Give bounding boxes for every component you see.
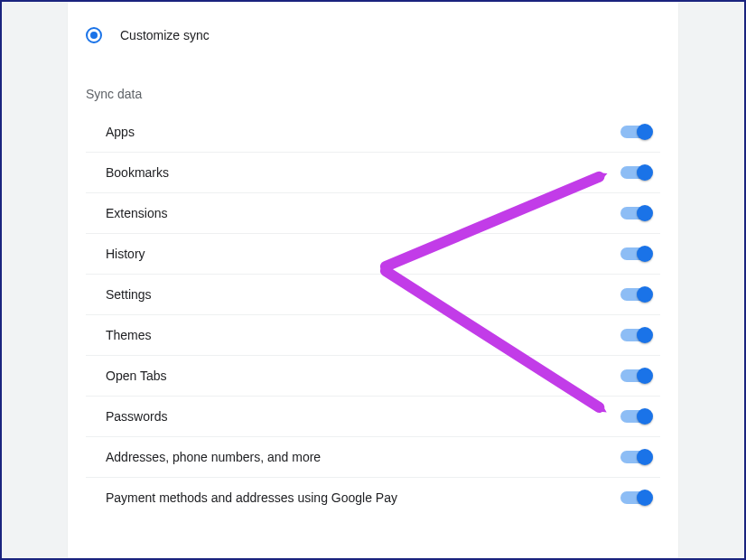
toggle-knob-icon (637, 327, 653, 343)
sync-item-label: Apps (106, 125, 135, 139)
radio-selected-icon (86, 27, 102, 43)
sync-item-label: Extensions (106, 206, 167, 220)
sync-item-apps: Apps (86, 112, 660, 153)
sync-item-extensions: Extensions (86, 193, 660, 234)
sync-item-label: Addresses, phone numbers, and more (106, 450, 321, 464)
toggle-passwords[interactable] (620, 410, 651, 423)
customize-sync-radio-row[interactable]: Customize sync (68, 20, 678, 51)
toggle-knob-icon (637, 246, 653, 262)
toggle-knob-icon (637, 368, 653, 384)
sync-list: Apps Bookmarks Extensions History Settin… (68, 112, 678, 518)
toggle-knob-icon (637, 408, 653, 425)
customize-sync-label: Customize sync (120, 28, 210, 42)
sync-item-label: Payment methods and addresses using Goog… (106, 490, 397, 505)
sync-item-label: Open Tabs (106, 369, 166, 383)
sync-item-label: History (106, 247, 145, 261)
sync-item-bookmarks: Bookmarks (86, 153, 660, 193)
sync-item-passwords: Passwords (86, 397, 660, 437)
sync-item-label: Settings (106, 287, 152, 302)
toggle-history[interactable] (620, 247, 651, 260)
toggle-knob-icon (637, 205, 653, 221)
sync-item-open-tabs: Open Tabs (86, 356, 660, 397)
toggle-extensions[interactable] (620, 207, 651, 219)
toggle-themes[interactable] (620, 329, 651, 341)
toggle-knob-icon (637, 286, 653, 303)
sync-item-themes: Themes (86, 315, 660, 356)
settings-panel: Customize sync Sync data Apps Bookmarks … (68, 2, 678, 558)
sync-item-settings: Settings (86, 275, 660, 315)
toggle-open-tabs[interactable] (620, 369, 651, 382)
sync-item-history: History (86, 234, 660, 275)
toggle-payment[interactable] (620, 491, 651, 504)
sync-data-header: Sync data (68, 51, 678, 112)
toggle-apps[interactable] (620, 126, 651, 138)
toggle-knob-icon (637, 449, 653, 465)
toggle-knob-icon (637, 164, 653, 181)
toggle-bookmarks[interactable] (620, 166, 651, 179)
sync-item-payment: Payment methods and addresses using Goog… (86, 478, 660, 518)
toggle-addresses[interactable] (620, 451, 651, 463)
sync-item-label: Passwords (106, 409, 167, 424)
toggle-knob-icon (637, 490, 653, 506)
sync-item-addresses: Addresses, phone numbers, and more (86, 437, 660, 478)
toggle-knob-icon (637, 124, 653, 140)
sync-item-label: Bookmarks (106, 165, 169, 180)
sync-item-label: Themes (106, 328, 152, 342)
toggle-settings[interactable] (620, 288, 651, 301)
